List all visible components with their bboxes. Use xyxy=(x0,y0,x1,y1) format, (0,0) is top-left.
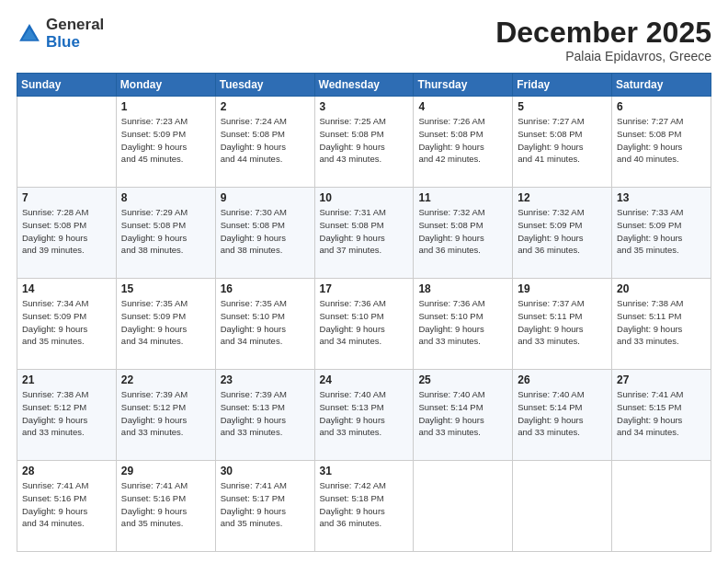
calendar-cell: 23Sunrise: 7:39 AMSunset: 5:13 PMDayligh… xyxy=(215,370,314,461)
day-number: 31 xyxy=(320,465,409,477)
calendar-cell: 27Sunrise: 7:41 AMSunset: 5:15 PMDayligh… xyxy=(612,370,711,461)
day-number: 10 xyxy=(320,191,409,204)
day-number: 14 xyxy=(22,282,111,295)
calendar-cell: 22Sunrise: 7:39 AMSunset: 5:12 PMDayligh… xyxy=(116,370,215,461)
day-info: Sunrise: 7:36 AMSunset: 5:10 PMDaylight:… xyxy=(418,297,507,348)
calendar-cell: 4Sunrise: 7:26 AMSunset: 5:08 PMDaylight… xyxy=(414,97,513,188)
day-info: Sunrise: 7:32 AMSunset: 5:09 PMDaylight:… xyxy=(518,206,607,257)
day-info: Sunrise: 7:42 AMSunset: 5:18 PMDaylight:… xyxy=(320,479,409,530)
weekday-header-sunday: Sunday xyxy=(17,74,117,97)
day-info: Sunrise: 7:36 AMSunset: 5:10 PMDaylight:… xyxy=(320,297,409,348)
day-info: Sunrise: 7:37 AMSunset: 5:11 PMDaylight:… xyxy=(518,297,607,348)
calendar-cell: 18Sunrise: 7:36 AMSunset: 5:10 PMDayligh… xyxy=(414,279,513,370)
calendar-cell: 2Sunrise: 7:24 AMSunset: 5:08 PMDaylight… xyxy=(215,97,314,188)
day-info: Sunrise: 7:31 AMSunset: 5:08 PMDaylight:… xyxy=(320,206,409,257)
day-number: 16 xyxy=(221,282,310,295)
day-info: Sunrise: 7:28 AMSunset: 5:08 PMDaylight:… xyxy=(22,206,111,257)
day-number: 27 xyxy=(617,373,706,386)
logo-blue: Blue xyxy=(46,34,104,52)
day-number: 1 xyxy=(121,100,210,113)
page: General Blue December 2025 Palaia Epidav… xyxy=(0,0,728,563)
title-block: December 2025 Palaia Epidavros, Greece xyxy=(495,17,711,63)
calendar-cell: 5Sunrise: 7:27 AMSunset: 5:08 PMDaylight… xyxy=(513,97,612,188)
day-number: 23 xyxy=(221,373,310,386)
day-info: Sunrise: 7:30 AMSunset: 5:08 PMDaylight:… xyxy=(221,206,310,257)
month-title: December 2025 xyxy=(495,17,711,49)
calendar-table: SundayMondayTuesdayWednesdayThursdayFrid… xyxy=(17,73,711,552)
calendar-cell: 1Sunrise: 7:23 AMSunset: 5:09 PMDaylight… xyxy=(116,97,215,188)
day-number: 13 xyxy=(617,191,706,204)
header: General Blue December 2025 Palaia Epidav… xyxy=(17,17,711,63)
day-info: Sunrise: 7:39 AMSunset: 5:12 PMDaylight:… xyxy=(121,388,210,439)
day-number: 5 xyxy=(518,100,607,113)
day-info: Sunrise: 7:34 AMSunset: 5:09 PMDaylight:… xyxy=(22,297,111,348)
day-number: 4 xyxy=(418,100,507,113)
day-info: Sunrise: 7:27 AMSunset: 5:08 PMDaylight:… xyxy=(518,115,607,166)
day-number: 17 xyxy=(320,282,409,295)
weekday-header-thursday: Thursday xyxy=(414,74,513,97)
week-row-1: 1Sunrise: 7:23 AMSunset: 5:09 PMDaylight… xyxy=(17,97,711,188)
calendar-cell: 15Sunrise: 7:35 AMSunset: 5:09 PMDayligh… xyxy=(116,279,215,370)
calendar-cell: 30Sunrise: 7:41 AMSunset: 5:17 PMDayligh… xyxy=(215,461,314,552)
logo-general: General xyxy=(46,17,104,34)
weekday-header-friday: Friday xyxy=(513,74,612,97)
day-info: Sunrise: 7:41 AMSunset: 5:16 PMDaylight:… xyxy=(22,479,111,530)
day-number: 6 xyxy=(617,100,706,113)
week-row-4: 21Sunrise: 7:38 AMSunset: 5:12 PMDayligh… xyxy=(17,370,711,461)
day-info: Sunrise: 7:40 AMSunset: 5:13 PMDaylight:… xyxy=(320,388,409,439)
day-number: 22 xyxy=(121,373,210,386)
day-number: 24 xyxy=(320,373,409,386)
calendar-body: 1Sunrise: 7:23 AMSunset: 5:09 PMDaylight… xyxy=(17,97,711,552)
logo: General Blue xyxy=(17,17,104,51)
day-info: Sunrise: 7:38 AMSunset: 5:11 PMDaylight:… xyxy=(617,297,706,348)
calendar-cell: 14Sunrise: 7:34 AMSunset: 5:09 PMDayligh… xyxy=(17,279,117,370)
calendar-cell xyxy=(612,461,711,552)
calendar-cell: 16Sunrise: 7:35 AMSunset: 5:10 PMDayligh… xyxy=(215,279,314,370)
weekday-header-tuesday: Tuesday xyxy=(215,74,314,97)
weekday-header-saturday: Saturday xyxy=(612,74,711,97)
calendar-header: SundayMondayTuesdayWednesdayThursdayFrid… xyxy=(17,74,711,97)
day-info: Sunrise: 7:35 AMSunset: 5:10 PMDaylight:… xyxy=(221,297,310,348)
day-number: 28 xyxy=(22,465,111,477)
day-info: Sunrise: 7:32 AMSunset: 5:08 PMDaylight:… xyxy=(418,206,507,257)
day-number: 29 xyxy=(121,465,210,477)
day-info: Sunrise: 7:35 AMSunset: 5:09 PMDaylight:… xyxy=(121,297,210,348)
calendar-cell: 24Sunrise: 7:40 AMSunset: 5:13 PMDayligh… xyxy=(314,370,414,461)
calendar-cell xyxy=(414,461,513,552)
week-row-3: 14Sunrise: 7:34 AMSunset: 5:09 PMDayligh… xyxy=(17,279,711,370)
day-number: 12 xyxy=(518,191,607,204)
day-number: 30 xyxy=(221,465,310,477)
day-number: 3 xyxy=(320,100,409,113)
day-number: 19 xyxy=(518,282,607,295)
day-number: 21 xyxy=(22,373,111,386)
week-row-5: 28Sunrise: 7:41 AMSunset: 5:16 PMDayligh… xyxy=(17,461,711,552)
day-number: 15 xyxy=(121,282,210,295)
calendar-cell: 28Sunrise: 7:41 AMSunset: 5:16 PMDayligh… xyxy=(17,461,117,552)
calendar-cell: 3Sunrise: 7:25 AMSunset: 5:08 PMDaylight… xyxy=(314,97,414,188)
day-number: 20 xyxy=(617,282,706,295)
day-number: 8 xyxy=(121,191,210,204)
week-row-2: 7Sunrise: 7:28 AMSunset: 5:08 PMDaylight… xyxy=(17,188,711,279)
day-number: 25 xyxy=(418,373,507,386)
day-info: Sunrise: 7:29 AMSunset: 5:08 PMDaylight:… xyxy=(121,206,210,257)
day-info: Sunrise: 7:40 AMSunset: 5:14 PMDaylight:… xyxy=(418,388,507,439)
logo-icon xyxy=(17,21,42,47)
calendar-cell: 6Sunrise: 7:27 AMSunset: 5:08 PMDaylight… xyxy=(612,97,711,188)
day-info: Sunrise: 7:25 AMSunset: 5:08 PMDaylight:… xyxy=(320,115,409,166)
calendar-cell: 29Sunrise: 7:41 AMSunset: 5:16 PMDayligh… xyxy=(116,461,215,552)
calendar-cell: 20Sunrise: 7:38 AMSunset: 5:11 PMDayligh… xyxy=(612,279,711,370)
calendar-cell: 8Sunrise: 7:29 AMSunset: 5:08 PMDaylight… xyxy=(116,188,215,279)
calendar-cell: 19Sunrise: 7:37 AMSunset: 5:11 PMDayligh… xyxy=(513,279,612,370)
day-info: Sunrise: 7:23 AMSunset: 5:09 PMDaylight:… xyxy=(121,115,210,166)
logo-text: General Blue xyxy=(46,17,104,51)
day-info: Sunrise: 7:24 AMSunset: 5:08 PMDaylight:… xyxy=(221,115,310,166)
day-info: Sunrise: 7:27 AMSunset: 5:08 PMDaylight:… xyxy=(617,115,706,166)
calendar-cell: 31Sunrise: 7:42 AMSunset: 5:18 PMDayligh… xyxy=(314,461,414,552)
weekday-header-wednesday: Wednesday xyxy=(314,74,414,97)
location-subtitle: Palaia Epidavros, Greece xyxy=(495,49,711,63)
calendar-cell: 10Sunrise: 7:31 AMSunset: 5:08 PMDayligh… xyxy=(314,188,414,279)
calendar-cell: 13Sunrise: 7:33 AMSunset: 5:09 PMDayligh… xyxy=(612,188,711,279)
day-number: 7 xyxy=(22,191,111,204)
day-info: Sunrise: 7:41 AMSunset: 5:17 PMDaylight:… xyxy=(221,479,310,530)
day-info: Sunrise: 7:40 AMSunset: 5:14 PMDaylight:… xyxy=(518,388,607,439)
